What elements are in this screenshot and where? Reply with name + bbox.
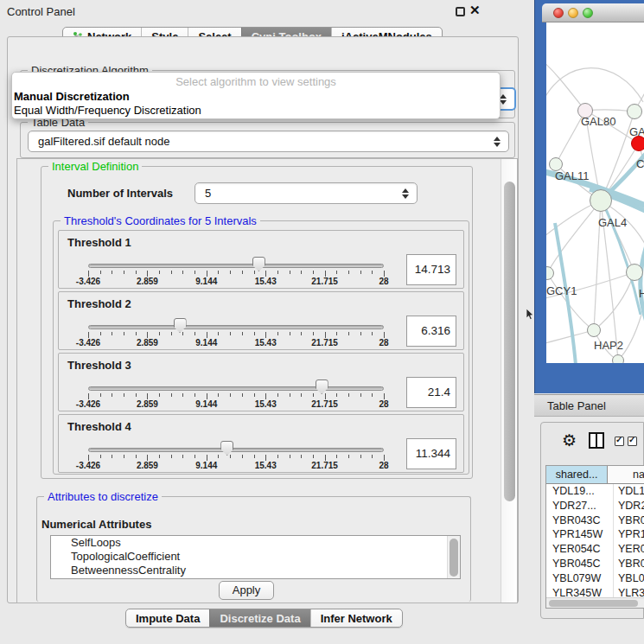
tick-mark [325, 455, 326, 461]
tick-mark [372, 332, 373, 335]
tick-mark [112, 393, 112, 397]
num-intervals-combobox[interactable]: 5 [194, 182, 418, 204]
dropdown-placeholder: Select algorithm to view settings [12, 75, 500, 90]
tick-label: 21.715 [311, 277, 338, 286]
tab-impute-data[interactable]: Impute Data [126, 609, 209, 627]
column-header-name[interactable]: na [608, 466, 644, 483]
dropdown-option-manual-discretization[interactable]: Manual Discretization [12, 90, 500, 104]
algorithm-dropdown-popup: Select algorithm to view settings Manual… [11, 72, 501, 119]
thresholds-group: Threshold's Coordinates for 5 Intervals … [53, 220, 469, 475]
cyni-toolbox-panel: Discretization Algorithm Select algorith… [7, 36, 519, 603]
tick-mark [88, 393, 89, 399]
list-scrollbar[interactable] [447, 536, 460, 578]
tick-mark [313, 332, 314, 335]
float-window-icon[interactable] [456, 7, 465, 16]
cell-shared-name: YER054C [546, 542, 614, 557]
tick-mark [313, 393, 314, 397]
tick-mark [290, 393, 290, 397]
threshold-value-field[interactable]: 14.713 [406, 254, 456, 285]
node-label: GAL11 [555, 169, 590, 182]
table-row[interactable]: YBL079WYBL0 [546, 571, 644, 586]
numerical-attributes-list[interactable]: SelfLoopsTopologicalCoefficientBetweenne… [50, 535, 461, 579]
tick-label: 9.144 [195, 277, 217, 286]
threshold-value-field[interactable]: 11.344 [406, 438, 456, 469]
list-item[interactable]: SelfLoops [51, 536, 460, 550]
table-row[interactable]: YDR27...YDR2 [546, 499, 644, 513]
tick-mark [348, 393, 349, 397]
apply-button[interactable]: Apply [219, 581, 274, 600]
network-window-titlebar[interactable] [542, 3, 644, 22]
table-row[interactable]: YER054CYER0 [546, 542, 644, 557]
network-node-ga[interactable] [627, 104, 642, 119]
scrollbar-thumb[interactable] [450, 539, 458, 577]
gear-icon[interactable]: ⚙ [562, 430, 577, 450]
tick-mark [290, 455, 290, 458]
slider-thumb[interactable] [220, 441, 233, 456]
slider-track[interactable] [88, 325, 384, 329]
tick-mark [230, 271, 231, 274]
network-node-gal4[interactable] [590, 189, 612, 212]
cell-name: YPR1 [614, 527, 644, 542]
network-canvas[interactable]: GAL80GACGAL11GAL4GCY1HHAP2 [546, 22, 644, 363]
checkbox-icon[interactable] [628, 437, 637, 446]
slider-track[interactable] [88, 386, 384, 391]
tick-mark [348, 332, 349, 335]
close-button[interactable] [553, 8, 564, 18]
network-node-c[interactable] [631, 136, 644, 151]
tick-mark [112, 271, 112, 274]
slider-track[interactable] [88, 264, 384, 268]
network-node-hap2[interactable] [587, 323, 601, 337]
slider-thumb[interactable] [174, 318, 187, 333]
tick-label: 2.859 [137, 338, 158, 348]
scrollbar-thumb[interactable] [504, 182, 515, 501]
slider-track[interactable] [88, 448, 384, 452]
close-icon[interactable]: ✕ [469, 3, 481, 18]
list-item[interactable]: TopologicalCoefficient [51, 550, 460, 564]
network-node[interactable] [612, 354, 624, 363]
scrollbar-thumb[interactable] [549, 600, 638, 607]
table-row[interactable]: YDL19...YDL1 [546, 484, 644, 499]
cell-shared-name: YBL079W [546, 571, 614, 586]
tick-mark [88, 455, 89, 461]
tick-mark [360, 332, 361, 335]
tab-infer-network[interactable]: Infer Network [310, 609, 402, 627]
tick-mark [242, 332, 243, 335]
threshold-value-field[interactable]: 21.4 [406, 377, 456, 408]
minimize-button[interactable] [568, 8, 578, 18]
dropdown-option-equal-width-frequency[interactable]: Equal Width/Frequency Discretization [12, 104, 500, 118]
tick-mark [372, 455, 373, 458]
threshold-value-field[interactable]: 6.316 [406, 316, 456, 347]
tick-mark [254, 271, 255, 274]
tick-label: -3.426 [76, 399, 100, 409]
tick-mark [218, 332, 219, 335]
threshold-panel: Threshold 1-3.4262.8599.14415.4321.71528… [58, 230, 464, 289]
zoom-button[interactable] [583, 8, 593, 18]
tick-mark [360, 271, 361, 274]
num-intervals-value: 5 [205, 187, 211, 200]
tick-mark [336, 455, 337, 458]
table-row[interactable]: YPR145WYPR1 [546, 527, 644, 542]
vertical-scrollbar[interactable] [501, 159, 517, 603]
stepper-icon [494, 137, 501, 147]
table-row[interactable]: YBR045CYBR0 [546, 557, 644, 571]
table-row[interactable]: YBR043CYBR0 [546, 513, 644, 528]
node-label: HAP2 [594, 339, 623, 352]
split-columns-icon[interactable] [589, 432, 604, 449]
network-node-h[interactable] [626, 264, 643, 281]
table-data-combobox[interactable]: galFiltered.sif default node [28, 131, 509, 152]
horizontal-scrollbar[interactable] [546, 597, 644, 608]
checkbox-icon[interactable] [615, 437, 624, 446]
group-title: Attributes to discretize [44, 490, 162, 503]
slider-thumb[interactable] [316, 379, 328, 394]
tab-discretize-data[interactable]: Discretize Data [209, 609, 309, 627]
threshold-panel: Threshold 4-3.4262.8599.14415.4321.71528… [58, 414, 464, 473]
cell-shared-name: YDR27... [546, 499, 614, 513]
tick-mark [348, 455, 349, 458]
slider-thumb[interactable] [252, 257, 265, 271]
column-header-shared[interactable]: shared... [546, 466, 608, 483]
mouse-cursor [526, 309, 535, 321]
threshold-panel: Threshold 3-3.4262.8599.14415.4321.71528… [58, 353, 464, 411]
cell-shared-name: YDL19... [546, 484, 614, 499]
list-item[interactable]: BetweennessCentrality [51, 564, 460, 577]
tick-label: 2.859 [137, 461, 158, 470]
